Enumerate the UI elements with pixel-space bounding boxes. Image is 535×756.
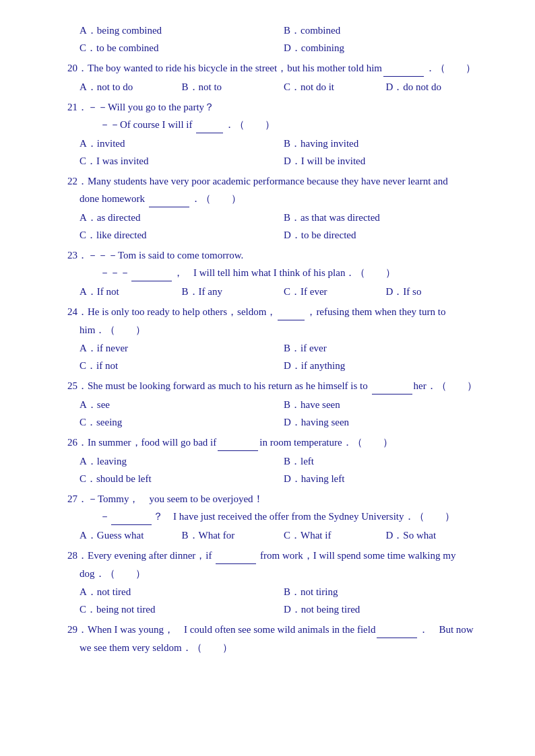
q25-option-a: A．see: [80, 397, 284, 413]
q25-option-b: B．have seen: [284, 397, 488, 413]
question-24-continuation: him．（ ）: [67, 322, 488, 338]
q28-option-c: C．being not tired: [80, 601, 284, 617]
q22-option-d: D．to be directed: [284, 227, 488, 243]
question-29-continuation: we see them very seldom．（ ）: [67, 640, 488, 656]
q21-option-d: D．I will be invited: [284, 153, 488, 169]
question-22: 22．Many students have very poor academic…: [67, 173, 488, 243]
option-c: C．to be combined: [80, 40, 284, 56]
blank-27: [111, 508, 152, 525]
q27-option-a: A．Guess what: [80, 527, 182, 543]
q20-option-c: C．not do it: [284, 79, 386, 95]
q22-option-c: C．like directed: [80, 227, 284, 243]
q27-option-b: B．What for: [182, 527, 284, 543]
blank-22: [149, 191, 189, 207]
blank-25: [372, 378, 412, 394]
option-a: A．being combined: [80, 22, 284, 38]
question-26-text: 26．In summer，food will go bad if in room…: [67, 434, 488, 451]
blank-20: [383, 60, 424, 77]
blank-29: [377, 621, 417, 638]
q24-option-a: A．if never: [80, 340, 284, 356]
option-d: D．combining: [284, 40, 488, 56]
question-28-continuation: dog．（ ）: [67, 565, 488, 582]
question-21-continuation: －－Of course I will if ．（ ）: [67, 116, 488, 133]
q28-option-d: D．not being tired: [284, 601, 488, 617]
blank-23: [131, 265, 172, 281]
q23-option-b: B．If any: [182, 283, 284, 300]
q27-option-c: C．What if: [284, 527, 386, 543]
question-27: 27．－Tommy， you seem to be overjoyed！ － ？…: [67, 491, 488, 543]
q24-option-b: B．if ever: [284, 340, 488, 356]
question-24: 24．He is only too ready to help others，s…: [67, 304, 488, 374]
exam-content: A．being combined B．combined C．to be comb…: [67, 22, 488, 656]
question-20: 20．The boy wanted to ride his bicycle in…: [67, 60, 488, 95]
question-23-text: 23．－－－Tom is said to come tomorrow.: [67, 247, 488, 263]
q28-option-a: A．not tired: [80, 584, 284, 600]
question-23: 23．－－－Tom is said to come tomorrow. －－－ …: [67, 247, 488, 300]
question-22-continuation: done homework ．（ ）: [67, 191, 488, 207]
question-27-continuation: － ？ I have just received the offer from …: [67, 508, 488, 525]
q21-option-a: A．invited: [80, 135, 284, 151]
q25-option-c: C．seeing: [80, 414, 284, 430]
q22-option-a: A．as directed: [80, 209, 284, 226]
q20-option-d: D．do not do: [386, 79, 489, 95]
q21-option-b: B．having invited: [284, 135, 488, 151]
question-23-continuation: －－－ ， I will tell him what I think of hi…: [67, 265, 488, 281]
blank-28: [216, 547, 256, 564]
q21-option-c: C．I was invited: [80, 153, 284, 169]
q23-option-d: D．If so: [386, 283, 489, 300]
q23-option-c: C．If ever: [284, 283, 386, 300]
question-21-text: 21．－－Will you go to the party？: [67, 99, 488, 115]
q24-option-d: D．if anything: [284, 357, 488, 374]
q26-option-b: B．left: [284, 453, 488, 469]
q24-option-c: C．if not: [80, 357, 284, 374]
q26-option-c: C．should be left: [80, 471, 284, 487]
question-22-text: 22．Many students have very poor academic…: [67, 173, 488, 189]
question-27-text: 27．－Tommy， you seem to be overjoyed！: [67, 491, 488, 507]
question-29-text: 29．When I was young， I could often see s…: [67, 621, 488, 638]
blank-21: [196, 116, 223, 133]
pre-options-block: A．being combined B．combined C．to be comb…: [67, 22, 488, 56]
question-28: 28．Every evening after dinner，if from wo…: [67, 547, 488, 617]
blank-24: [278, 304, 305, 320]
question-25-text: 25．She must be looking forward as much t…: [67, 378, 488, 394]
question-20-text: 20．The boy wanted to ride his bicycle in…: [67, 60, 488, 77]
question-29: 29．When I was young， I could often see s…: [67, 621, 488, 656]
q20-option-a: A．not to do: [80, 79, 182, 95]
question-21: 21．－－Will you go to the party？ －－Of cour…: [67, 99, 488, 169]
q22-option-b: B．as that was directed: [284, 209, 488, 226]
q28-option-b: B．not tiring: [284, 584, 488, 600]
q25-option-d: D．having seen: [284, 414, 488, 430]
q27-option-d: D．So what: [386, 527, 489, 543]
question-26: 26．In summer，food will go bad if in room…: [67, 434, 488, 487]
q23-option-a: A．If not: [80, 283, 182, 300]
q26-option-a: A．leaving: [80, 453, 284, 469]
blank-26: [218, 434, 258, 451]
question-25: 25．She must be looking forward as much t…: [67, 378, 488, 430]
q26-option-d: D．having left: [284, 471, 488, 487]
q20-option-b: B．not to: [182, 79, 284, 95]
question-24-text: 24．He is only too ready to help others，s…: [67, 304, 488, 320]
option-b: B．combined: [284, 22, 488, 38]
question-28-text: 28．Every evening after dinner，if from wo…: [67, 547, 488, 564]
